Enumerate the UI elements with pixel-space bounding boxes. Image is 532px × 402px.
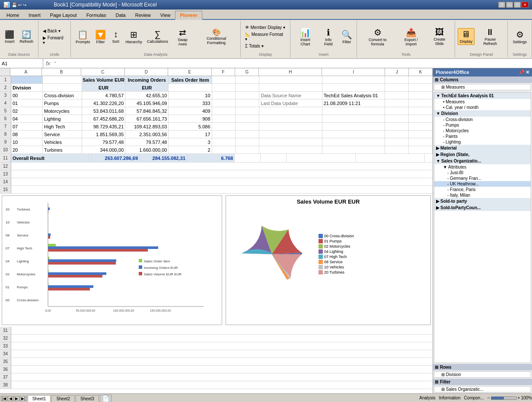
cell-i7[interactable] (322, 123, 385, 130)
col-e[interactable]: E (168, 68, 211, 76)
col-i[interactable]: I (322, 68, 385, 76)
cell-i8[interactable] (322, 131, 385, 138)
cell-i3[interactable]: TechEd Sales Analysis 01 (322, 92, 385, 99)
panel-close-icon[interactable]: ✕ (526, 70, 529, 75)
tree-cross-div[interactable]: - Cross-division (434, 117, 531, 122)
cell-e10[interactable]: 2 (169, 146, 212, 153)
cell-c2[interactable]: EUR (82, 84, 125, 91)
col-c[interactable]: C (81, 68, 124, 76)
cell-j9[interactable] (385, 138, 409, 146)
cell-f6[interactable] (212, 115, 236, 122)
cell-g8[interactable] (236, 131, 259, 138)
cell-h3[interactable]: Data Source Name (259, 92, 322, 99)
cell-j1[interactable] (385, 76, 409, 83)
tab-pioneer[interactable]: Pioneer (175, 11, 202, 20)
filter-section-header[interactable]: ⊞ Filter (433, 379, 532, 385)
material-section[interactable]: ▶ Material (434, 145, 531, 151)
tree-motorcycles[interactable]: - Motorcycles (434, 128, 531, 134)
col-g[interactable]: G (235, 68, 259, 76)
cell-f9[interactable] (212, 138, 236, 146)
cell-k10[interactable] (409, 146, 433, 153)
tab-home[interactable]: Home (2, 11, 24, 19)
cell-d3[interactable]: 42.655,10 (125, 92, 169, 99)
cell-e6[interactable]: 908 (169, 115, 212, 122)
cell-j5[interactable] (385, 107, 409, 115)
filter-insert-button[interactable]: 🔍 Filter (339, 28, 354, 45)
tree-germany[interactable]: - Germany Fran... (434, 175, 531, 181)
filter-button[interactable]: 🔽 Filter (93, 28, 108, 45)
help-btn[interactable]: ? (498, 2, 505, 8)
cell-k1[interactable] (409, 76, 433, 83)
conditional-formatting-button[interactable]: 🎨 Conditional Formatting (195, 27, 238, 46)
cell-h8[interactable] (259, 131, 322, 138)
cell-a9[interactable]: 10 (11, 138, 43, 146)
cell-e8[interactable]: 17 (169, 131, 212, 138)
sheet-tab-1[interactable]: Sheet1 (28, 395, 51, 402)
sheet-tab-3[interactable]: Sheet3 (76, 395, 99, 402)
cell-b5[interactable]: Motorcycles (43, 107, 82, 115)
insert-button[interactable]: ⬛ Insert (3, 29, 17, 45)
totals-button[interactable]: Σ Totals ▾ (243, 43, 287, 49)
cell-j8[interactable] (385, 131, 409, 138)
measure-format-button[interactable]: 📐 Measure Format ▾ (243, 31, 287, 42)
cell-j2[interactable] (385, 84, 409, 91)
cell-e1[interactable]: Sales Order Item (169, 76, 212, 83)
sold-to-country-section[interactable]: ▶ Sold-toPartyCoun... (434, 204, 531, 211)
cell-i10[interactable] (322, 146, 385, 153)
member-display-button[interactable]: 👁 Member Display ▾ (243, 24, 287, 31)
rows-division[interactable]: ⊞ Division (434, 372, 531, 377)
cell-c6[interactable]: 67.452.686,20 (82, 115, 125, 122)
cell-i11[interactable] (356, 154, 425, 162)
cell-h6[interactable] (259, 115, 322, 122)
cell-f7[interactable] (212, 123, 236, 130)
cell-c9[interactable]: 79.577,48 (82, 138, 125, 146)
formula-content[interactable]: ' (53, 61, 532, 66)
panel-pin-icon[interactable]: 📌 (519, 70, 525, 75)
cell-f1[interactable] (212, 76, 236, 83)
hierarchy-button[interactable]: ⊞ Hierarchy (124, 28, 144, 45)
close-btn[interactable]: ✕ (522, 2, 529, 8)
back-button[interactable]: ◀ Back ▾ (41, 28, 68, 34)
zoom-slider[interactable] (491, 396, 517, 400)
tree-paints[interactable]: - Paints (434, 134, 531, 139)
col-d[interactable]: D (125, 68, 168, 76)
tab-view[interactable]: View (156, 11, 175, 19)
sheet-tab-2[interactable]: Sheet2 (51, 395, 75, 402)
cell-b8[interactable]: Service (43, 131, 82, 138)
cell-j10[interactable] (385, 146, 409, 153)
cell-d8[interactable]: 2.351.003,56 (125, 131, 169, 138)
cell-b2[interactable] (43, 84, 82, 91)
tab-review[interactable]: Review (131, 11, 156, 19)
cell-e9[interactable]: 3 (169, 138, 212, 146)
cell-d1[interactable]: Incoming Orders (125, 76, 169, 83)
cell-j3[interactable] (385, 92, 409, 99)
cell-j6[interactable] (385, 115, 409, 122)
cell-f10[interactable] (212, 146, 236, 153)
cell-c7[interactable]: 98.729.435,21 (82, 123, 125, 130)
cell-a8[interactable]: 08 (11, 131, 43, 138)
cell-e4[interactable]: 333 (169, 99, 212, 107)
cell-h7[interactable] (259, 123, 322, 130)
cell-k3[interactable] (409, 92, 433, 99)
zoom-in-btn[interactable]: + (518, 396, 520, 400)
cell-d4[interactable]: 45.105.946,09 (125, 99, 169, 107)
cell-c10[interactable]: 344.000,00 (82, 146, 125, 153)
tree-italy[interactable]: - Italy, Milan (434, 192, 531, 198)
display-panel-button[interactable]: 🖥 Display (458, 28, 475, 45)
cell-i6[interactable] (322, 115, 385, 122)
region-section[interactable]: ▶ Region (State, (434, 151, 531, 158)
cell-d10[interactable]: 1.660.000,00 (125, 146, 169, 153)
cell-g2[interactable] (236, 84, 259, 91)
sheet-nav-last[interactable]: ▶| (20, 396, 26, 401)
cell-f4[interactable] (212, 99, 236, 107)
cell-f5[interactable] (212, 107, 236, 115)
cell-k9[interactable] (409, 138, 433, 146)
cell-g11[interactable] (261, 154, 287, 162)
sort-button[interactable]: ↕ Sort (109, 28, 123, 45)
swap-axes-button[interactable]: ⇄ Swap Axes (171, 26, 194, 48)
maximize-btn[interactable]: □ (514, 2, 521, 8)
cell-h4[interactable]: Last Data Update (259, 99, 322, 107)
cell-a6[interactable]: 04 (11, 115, 43, 122)
cell-a5[interactable]: 02 (11, 107, 43, 115)
cell-e3[interactable]: 10 (169, 92, 212, 99)
